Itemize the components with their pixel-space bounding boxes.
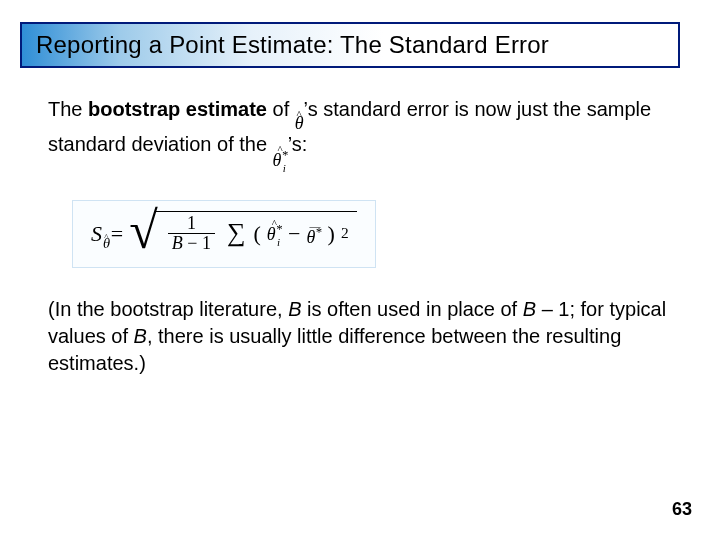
formula-box: S ^ θ = √ 1 B − 1 ∑	[72, 200, 376, 268]
fraction: 1 B − 1	[168, 214, 215, 253]
paren-open: (	[254, 219, 261, 249]
slide-title: Reporting a Point Estimate: The Standard…	[36, 31, 549, 59]
note-paragraph: (In the bootstrap literature, B is often…	[48, 296, 668, 377]
term-star: *	[276, 222, 282, 236]
bar-theta-star: θ*	[306, 227, 321, 245]
intro-paragraph: The bootstrap estimate of ^θ’s standard …	[48, 96, 668, 174]
frac-den: B − 1	[168, 233, 215, 253]
squared: 2	[341, 223, 349, 244]
theta-hat-icon: ^θ	[295, 110, 304, 131]
term-sub-i: i	[277, 238, 280, 248]
lhs-theta: θ	[103, 237, 110, 250]
intro-text-4: ’s:	[288, 133, 308, 155]
formula-container: S ^ θ = √ 1 B − 1 ∑	[72, 200, 668, 268]
theta-glyph: θ	[295, 115, 304, 131]
theta-hat-star-i-term: ^ θ* i	[267, 219, 282, 248]
note-2: is often used in place of	[301, 298, 522, 320]
title-bar: Reporting a Point Estimate: The Standard…	[20, 22, 680, 68]
den-minus1: − 1	[183, 233, 211, 253]
radical-sign: √	[129, 215, 158, 261]
theta-hat-star-i-icon: ^θ*i	[273, 145, 288, 174]
intro-text-2: of	[267, 98, 295, 120]
lhs-sub-theta-hat: ^ θ	[103, 233, 110, 250]
note-B3: B	[134, 325, 147, 347]
den-B: B	[172, 233, 183, 253]
sub-i: i	[283, 164, 286, 174]
under-root: 1 B − 1 ∑ ( ^ θ* i −	[156, 211, 357, 257]
equals: =	[111, 219, 123, 249]
theta-bar-star: ― θ*	[306, 222, 321, 245]
lhs-S: S	[91, 219, 102, 249]
paren-close: )	[328, 219, 335, 249]
bar-star: *	[315, 225, 321, 239]
intro-text-1: The	[48, 98, 88, 120]
note-B2: B	[523, 298, 536, 320]
slide: Reporting a Point Estimate: The Standard…	[0, 0, 720, 540]
body-text: The bootstrap estimate of ^θ’s standard …	[48, 96, 668, 403]
term-theta: θ	[267, 224, 276, 244]
sigma-icon: ∑	[227, 220, 246, 246]
page-number: 63	[672, 499, 692, 520]
note-B1: B	[288, 298, 301, 320]
minus-sign: −	[288, 219, 300, 249]
frac-num: 1	[183, 214, 200, 233]
formula: S ^ θ = √ 1 B − 1 ∑	[91, 211, 357, 257]
sqrt-icon: √ 1 B − 1 ∑ ( ^ θ* i	[129, 211, 356, 257]
intro-bold: bootstrap estimate	[88, 98, 267, 120]
bar-theta: θ	[306, 227, 315, 247]
note-1: (In the bootstrap literature,	[48, 298, 288, 320]
